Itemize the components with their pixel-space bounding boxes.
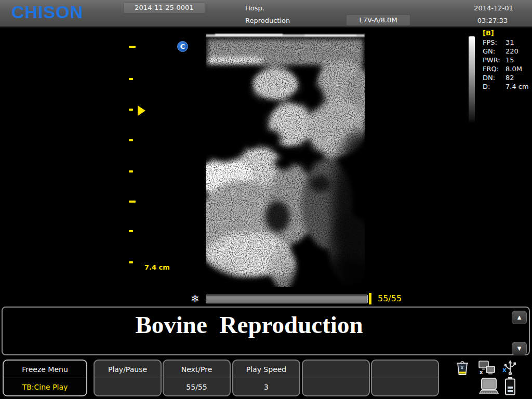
system-date: 2014-12-01 (470, 4, 517, 13)
exam-title: Bovine Reproduction (3, 311, 496, 339)
param-gain: GN: 220 (483, 47, 529, 56)
usb-disconnected-icon: x (502, 360, 517, 375)
body-marker-c[interactable]: C (177, 41, 188, 52)
cine-position-cursor[interactable] (369, 293, 371, 304)
imaging-mode-label: [B] (483, 29, 494, 37)
ruler-tick (129, 261, 133, 263)
trash-icon (455, 361, 470, 376)
ruler-tick (129, 109, 133, 111)
top-status-bar: CHISON 2014-11-25-0001 Hosp. Reproductio… (0, 0, 532, 28)
play-pause-button[interactable]: Play/Pause (94, 360, 162, 396)
brand-logo: CHISON (11, 2, 83, 22)
ultrasound-image[interactable] (206, 32, 365, 287)
network-disconnected-icon: x (478, 361, 496, 375)
system-time: 03:27:33 (470, 16, 515, 25)
cine-progress-bar[interactable] (206, 295, 368, 303)
ultrasound-render (206, 32, 365, 287)
softkey-toolbar: Freeze Menu TB:Cine Play Play/Pause Next… (0, 356, 532, 399)
play-speed-button[interactable]: Play Speed 3 (232, 360, 300, 396)
scroll-up-button[interactable]: ▲ (512, 311, 527, 324)
ruler-tick (129, 230, 133, 232)
scroll-down-button[interactable]: ▼ (512, 342, 527, 355)
battery-icon (504, 377, 516, 395)
ruler-tick (129, 170, 133, 172)
grayscale-map-bar (469, 36, 475, 123)
ruler-tick-major (129, 201, 136, 203)
freeze-menu-button[interactable]: Freeze Menu TB:Cine Play (3, 360, 87, 396)
cine-frame-counter: 55/55 (378, 294, 402, 303)
arrow-annotation-marker[interactable] (138, 105, 145, 116)
param-depth: D: 7.4 cm (483, 82, 529, 91)
param-fps: FPS: 31 (483, 38, 529, 47)
exam-type-label: Reproduction (245, 16, 290, 25)
param-frequency: FRQ: 8.0M (483, 64, 529, 73)
svg-text:x: x (480, 369, 483, 375)
chevron-up-icon: ▲ (517, 314, 522, 320)
softkey-empty-5[interactable] (302, 360, 370, 396)
softkey-empty-6[interactable] (371, 360, 439, 396)
param-dynamic-range: DN: 82 (483, 73, 529, 82)
svg-text:x: x (502, 366, 507, 374)
ultrasound-console-screen: CHISON 2014-11-25-0001 Hosp. Reproductio… (0, 0, 532, 399)
keyboard-computer-icon (479, 378, 499, 394)
ruler-tick (129, 78, 133, 80)
chevron-down-icon: ▼ (517, 345, 522, 351)
image-parameters: FPS: 31 GN: 220 PWR: 15 FRQ: 8.0M DN: 82… (483, 38, 529, 91)
freeze-snowflake-icon: ❄ (191, 292, 200, 305)
probe-frequency-field[interactable]: L7V-A/8.0M (346, 15, 410, 26)
param-power: PWR: 15 (483, 56, 529, 64)
hospital-label: Hosp. (245, 4, 264, 13)
next-pre-button[interactable]: Next/Pre 55/55 (163, 360, 231, 396)
ruler-tick-major (129, 46, 136, 48)
ruler-tick (129, 139, 133, 141)
depth-label: 7.4 cm (144, 263, 170, 271)
patient-id-field[interactable]: 2014-11-25-0001 (123, 2, 205, 14)
exam-title-panel: Bovine Reproduction ▲ 1/1 ▼ (2, 307, 530, 355)
